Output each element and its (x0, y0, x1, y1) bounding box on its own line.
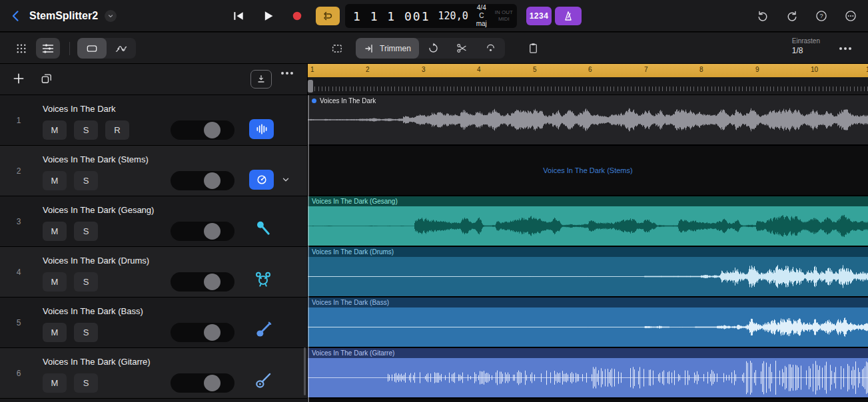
volume-slider[interactable] (171, 120, 234, 140)
bar-number: 4 (477, 66, 481, 73)
mute-button[interactable]: M (43, 222, 67, 241)
solo-button[interactable]: S (74, 222, 98, 241)
volume-knob[interactable] (204, 223, 220, 240)
audio-waveform-icon[interactable] (249, 119, 274, 139)
loop-tool-icon[interactable] (419, 38, 448, 59)
record-enable-button[interactable]: R (105, 120, 129, 140)
track-number: 1 (0, 95, 37, 146)
scrollbar[interactable] (304, 347, 306, 395)
track-number: 4 (0, 247, 37, 298)
volume-slider[interactable] (171, 222, 234, 241)
volume-slider[interactable] (171, 272, 234, 292)
track-header-3[interactable]: 3 Voices In The Dark (Gesang) M S (0, 196, 307, 247)
snap-setting[interactable]: Einrasten 1/8 (792, 37, 820, 55)
collapse-track-headers-icon[interactable] (250, 70, 272, 89)
audio-region[interactable]: Voices In The Dark (308, 95, 868, 144)
playhead[interactable] (308, 95, 309, 402)
volume-knob[interactable] (204, 172, 220, 189)
track-lane-3: Voices In The Dark (Gesang) (308, 196, 868, 247)
playhead-handle[interactable] (308, 80, 313, 93)
region-label: Voices In The Dark (Bass) (308, 298, 868, 307)
mute-button[interactable]: M (43, 323, 67, 342)
rewind-icon[interactable] (230, 9, 246, 23)
more-options-icon[interactable] (833, 38, 857, 59)
track-header-1[interactable]: 1 Voices In The Dark M S R (0, 95, 307, 146)
bar-number: 7 (644, 66, 648, 73)
lcd-signature: 4/4 C maj (476, 4, 487, 28)
paste-icon[interactable] (521, 38, 545, 59)
track-lane-1: Voices In The Dark (308, 95, 868, 146)
play-icon[interactable] (260, 9, 276, 23)
bar-ruler[interactable]: 1 2 3 4 5 6 7 8 9 10 11 (308, 64, 868, 95)
back-icon[interactable] (9, 9, 23, 23)
toolbar-divider (69, 42, 70, 55)
record-icon[interactable] (289, 9, 305, 23)
volume-slider[interactable] (171, 171, 234, 190)
volume-slider[interactable] (171, 323, 234, 342)
mute-button[interactable]: M (43, 272, 67, 292)
solo-button[interactable]: S (74, 120, 98, 140)
guitar-icon (253, 369, 273, 391)
join-tool-icon[interactable] (476, 38, 505, 59)
browser-icon[interactable] (9, 38, 33, 59)
region-label: Voices In The Dark (Gesang) (308, 196, 868, 206)
project-menu-chevron-icon[interactable] (105, 10, 117, 22)
lcd-position: 1 1 1 001 (353, 9, 430, 23)
bar-number: 2 (366, 66, 370, 73)
metronome-button[interactable] (555, 7, 582, 25)
audio-region[interactable]: Voices In The Dark (Gesang) (308, 196, 868, 246)
svg-text:?: ? (819, 13, 823, 19)
track-number: 5 (0, 298, 37, 348)
mute-button[interactable]: M (43, 171, 67, 190)
track-number: 3 (0, 196, 37, 247)
lcd-display[interactable]: 1 1 1 001 120,0 4/4 C maj IN OUT MIDI (345, 4, 517, 28)
bar-number: 1 (310, 66, 314, 73)
track-lane-5: Voices In The Dark (Bass) (308, 298, 868, 348)
split-tool-icon[interactable] (448, 38, 476, 59)
audio-region[interactable]: Voices In The Dark (Bass) (308, 298, 868, 347)
volume-knob[interactable] (204, 375, 220, 391)
track-header-5[interactable]: 5 Voices In The Dark (Bass) M S (0, 298, 307, 348)
audio-region[interactable]: Voices In The Dark (Drums) (308, 247, 868, 296)
audio-region[interactable]: Voices In The Dark (Gitarre) (308, 348, 868, 397)
track-lane-4: Voices In The Dark (Drums) (308, 247, 868, 298)
tracks-view-icon[interactable] (36, 38, 60, 59)
volume-knob[interactable] (204, 274, 220, 290)
track-more-icon[interactable] (281, 72, 293, 75)
cycle-button[interactable] (316, 7, 340, 25)
bar-number: 3 (422, 66, 426, 73)
bar-number: 6 (588, 66, 592, 73)
track-name: Voices In The Dark (Stems) (43, 154, 149, 164)
track-number: 2 (0, 146, 37, 196)
marquee-tool-icon[interactable] (325, 38, 349, 59)
expand-stack-chevron-icon[interactable] (280, 175, 292, 187)
solo-button[interactable]: S (74, 272, 98, 292)
help-icon[interactable]: ? (815, 9, 828, 23)
track-number: 6 (0, 348, 37, 399)
volume-knob[interactable] (204, 122, 220, 138)
add-track-icon[interactable] (12, 72, 25, 85)
redo-icon[interactable] (785, 9, 799, 23)
track-header-4[interactable]: 4 Voices In The Dark (Drums) M S (0, 247, 307, 298)
settings-icon[interactable] (844, 9, 857, 23)
cycle-range[interactable]: 1 2 3 4 5 6 7 8 9 10 11 (308, 64, 868, 77)
duplicate-track-icon[interactable] (40, 72, 53, 85)
count-in-button[interactable]: 1234 (526, 7, 552, 25)
solo-button[interactable]: S (74, 323, 98, 342)
region-label: Voices In The Dark (312, 97, 376, 104)
bar-number: 9 (755, 66, 759, 73)
stems-stack-icon[interactable] (249, 170, 274, 190)
volume-knob[interactable] (204, 324, 220, 341)
track-name: Voices In The Dark (Gitarre) (43, 357, 151, 367)
track-header-6[interactable]: 6 Voices In The Dark (Gitarre) M S (0, 348, 307, 399)
undo-icon[interactable] (756, 9, 769, 23)
mute-button[interactable]: M (43, 373, 67, 393)
volume-slider[interactable] (171, 373, 234, 393)
trim-tool-button[interactable]: Trimmen (356, 38, 419, 59)
solo-button[interactable]: S (74, 171, 98, 190)
solo-button[interactable]: S (74, 373, 98, 393)
automation-view-icon[interactable] (107, 38, 136, 59)
mute-button[interactable]: M (43, 120, 67, 140)
regions-view-icon[interactable] (77, 38, 107, 59)
track-header-2[interactable]: 2 Voices In The Dark (Stems) M S (0, 146, 307, 196)
